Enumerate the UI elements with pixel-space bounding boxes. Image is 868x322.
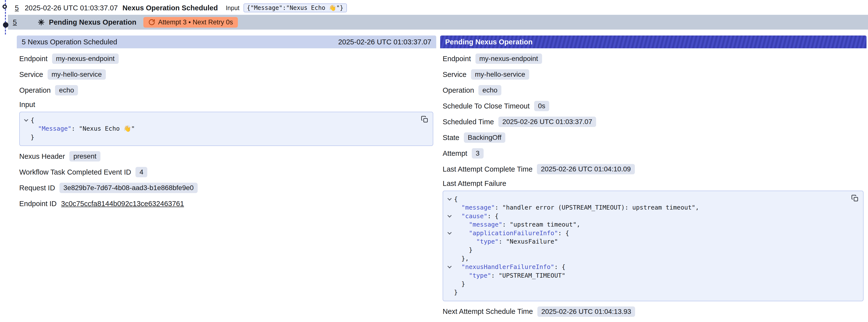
field-value-badge: my-nexus-endpoint bbox=[52, 54, 119, 64]
code-line-text: { bbox=[454, 195, 458, 203]
field-value-badge: my-hello-service bbox=[48, 69, 106, 79]
field-label: Service bbox=[443, 70, 467, 79]
event-title: Nexus Operation Scheduled bbox=[122, 4, 218, 12]
code-line-gutter bbox=[22, 133, 31, 141]
field-label: Nexus Header bbox=[19, 152, 65, 161]
field-value-badge: 3 bbox=[472, 148, 484, 159]
field-label: Operation bbox=[443, 86, 474, 94]
field-label: Attempt bbox=[443, 150, 467, 158]
code-line-gutter bbox=[445, 263, 454, 271]
input-label: Input bbox=[226, 4, 240, 11]
code-line-gutter bbox=[445, 254, 454, 263]
field-label: Endpoint bbox=[443, 55, 471, 63]
input-json-viewer: { "Message": "Nexus Echo 👋"} bbox=[19, 112, 433, 146]
field-value-badge: 2025-02-26 UTC 01:04:10.09 bbox=[537, 164, 634, 174]
field-attempt: Attempt 3 bbox=[443, 148, 864, 159]
last-attempt-failure-json-viewer: { "message": "handler error (UPSTREAM_TI… bbox=[443, 191, 864, 301]
code-line-text: "message": "handler error (UPSTREAM_TIME… bbox=[454, 203, 699, 212]
copy-icon[interactable] bbox=[421, 116, 428, 123]
field-next-attempt-schedule-time: Next Attempt Schedule Time 2025-02-26 UT… bbox=[443, 306, 864, 317]
field-endpoint: Endpoint my-nexus-endpoint bbox=[443, 53, 864, 64]
field-value-badge: 2025-02-26 UTC 01:03:37.07 bbox=[498, 117, 596, 127]
panel-nexus-operation-scheduled: 5 Nexus Operation Scheduled 2025-02-26 U… bbox=[17, 35, 436, 219]
code-line-gutter bbox=[445, 195, 454, 203]
panel-body: Endpoint my-nexus-endpoint Service my-he… bbox=[17, 53, 436, 219]
field-value-badge: 0s bbox=[534, 101, 550, 111]
field-label: Next Attempt Schedule Time bbox=[443, 308, 533, 316]
code-line-text: { bbox=[31, 116, 34, 125]
input-section-label: Input bbox=[19, 101, 433, 109]
code-line-gutter bbox=[445, 288, 454, 297]
code-line-gutter bbox=[445, 203, 454, 212]
code-line-text: "nexusHandlerFailureInfo": { bbox=[454, 263, 565, 271]
code-line-text: } bbox=[31, 133, 34, 141]
field-operation: Operation echo bbox=[443, 85, 864, 96]
field-value-badge: 4 bbox=[135, 167, 147, 177]
field-value-badge: my-nexus-endpoint bbox=[475, 54, 542, 64]
field-label: Schedule To Close Timeout bbox=[443, 102, 530, 110]
code-line-text: "type": "NexusFailure" bbox=[454, 237, 558, 246]
field-operation: Operation echo bbox=[19, 85, 433, 96]
code-line-gutter bbox=[445, 280, 454, 288]
panel-body: Endpoint my-nexus-endpoint Service my-he… bbox=[440, 53, 867, 322]
code-line-gutter bbox=[445, 220, 454, 229]
code-line-gutter bbox=[445, 271, 454, 280]
field-value-badge: echo bbox=[55, 85, 78, 95]
field-value-badge: my-hello-service bbox=[471, 69, 529, 79]
field-value-badge: echo bbox=[478, 85, 501, 95]
code-line-text: } bbox=[454, 280, 465, 288]
field-value-badge: present bbox=[69, 151, 100, 161]
field-schedule-to-close-timeout: Schedule To Close Timeout 0s bbox=[443, 101, 864, 111]
code-line-gutter bbox=[22, 125, 31, 133]
field-value-badge: 2025-02-26 UTC 01:04:13.93 bbox=[537, 307, 635, 317]
code-line-gutter bbox=[445, 229, 454, 237]
endpoint-id-link[interactable]: 3c0c75ccfa8144b092c13ce632463761 bbox=[61, 200, 184, 208]
code-line-text: "message": "upstream timeout", bbox=[454, 220, 580, 229]
event-title: Pending Nexus Operation bbox=[49, 18, 136, 26]
code-line-gutter bbox=[22, 116, 31, 125]
chevron-down-icon[interactable] bbox=[447, 230, 452, 234]
retry-icon bbox=[148, 19, 155, 26]
event-detail-panels: 5 Nexus Operation Scheduled 2025-02-26 U… bbox=[17, 35, 867, 322]
event-id-link[interactable]: 5 bbox=[15, 4, 19, 12]
panel-timestamp: 2025-02-26 UTC 01:03:37.07 bbox=[338, 38, 431, 46]
chevron-down-icon[interactable] bbox=[447, 196, 452, 201]
chevron-down-icon[interactable] bbox=[24, 118, 28, 122]
panel-title: Pending Nexus Operation bbox=[445, 38, 533, 46]
field-label: Endpoint ID bbox=[19, 200, 57, 208]
event-row-pending[interactable]: 5 Pending Nexus Operation Attempt 3 • Ne… bbox=[8, 15, 868, 30]
retry-badge-label: Attempt 3 • Next Retry 0s bbox=[158, 19, 233, 26]
input-preview-chip: {"Message":"Nexus Echo 👋"} bbox=[244, 3, 347, 12]
field-endpoint-id: Endpoint ID 3c0c75ccfa8144b092c13ce63246… bbox=[19, 198, 433, 209]
field-label: Request ID bbox=[19, 184, 55, 192]
panel-header: Pending Nexus Operation bbox=[440, 35, 867, 48]
code-line-text: } bbox=[454, 288, 458, 297]
event-timeline-gutter bbox=[1, 0, 10, 34]
event-id-link[interactable]: 5 bbox=[13, 18, 17, 26]
code-line-text: "cause": { bbox=[454, 212, 499, 220]
field-scheduled-time: Scheduled Time 2025-02-26 UTC 01:03:37.0… bbox=[443, 117, 864, 127]
code-line-text: }, bbox=[454, 254, 469, 263]
copy-icon[interactable] bbox=[851, 195, 859, 202]
field-endpoint: Endpoint my-nexus-endpoint bbox=[19, 53, 433, 64]
field-label: Workflow Task Completed Event ID bbox=[19, 168, 131, 176]
field-value-badge: 3e829b7e-7d67-4b08-aad3-b1e868bfe9e0 bbox=[59, 183, 198, 193]
field-label: Scheduled Time bbox=[443, 118, 494, 126]
retry-status-badge: Attempt 3 • Next Retry 0s bbox=[143, 17, 238, 28]
code-line-text: "Message": "Nexus Echo 👋" bbox=[31, 125, 135, 133]
event-row-scheduled[interactable]: 5 2025-02-26 UTC 01:03:37.07 Nexus Opera… bbox=[0, 0, 868, 15]
panel-header: 5 Nexus Operation Scheduled 2025-02-26 U… bbox=[17, 35, 436, 48]
field-nexus-header: Nexus Header present bbox=[19, 151, 433, 162]
panel-title: 5 Nexus Operation Scheduled bbox=[22, 38, 117, 46]
field-label: Operation bbox=[19, 86, 51, 94]
chevron-down-icon[interactable] bbox=[447, 264, 452, 268]
code-line-text: } bbox=[454, 246, 472, 254]
code-line-gutter bbox=[445, 237, 454, 246]
pending-asterisk-icon bbox=[37, 19, 45, 26]
field-request-id: Request ID 3e829b7e-7d67-4b08-aad3-b1e86… bbox=[19, 183, 433, 193]
field-last-attempt-complete-time: Last Attempt Complete Time 2025-02-26 UT… bbox=[443, 164, 864, 174]
field-workflow-task-completed-event-id: Workflow Task Completed Event ID 4 bbox=[19, 167, 433, 178]
chevron-down-icon[interactable] bbox=[447, 214, 452, 218]
timeline-node-circle-icon bbox=[2, 4, 7, 9]
field-label: Endpoint bbox=[19, 55, 48, 63]
